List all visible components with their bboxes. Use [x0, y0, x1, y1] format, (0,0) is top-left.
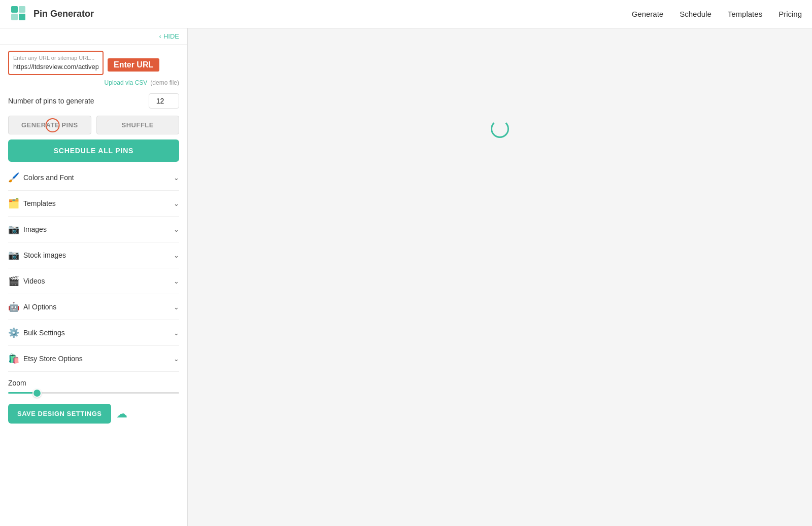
main-layout: ‹ HIDE Enter any URL or sitemap URL... E…	[0, 28, 812, 526]
accordion-videos-header[interactable]: 🎬 Videos ⌄	[8, 268, 179, 294]
templates-chevron: ⌄	[174, 200, 179, 207]
upload-row: Upload via CSV (demo file)	[8, 79, 179, 86]
colors-font-icon: 🖌️	[8, 172, 19, 183]
ai-options-icon: 🤖	[8, 301, 19, 312]
nav-logo: Pin Generator	[10, 5, 94, 23]
etsy-icon: 🛍️	[8, 353, 19, 364]
url-row: Enter any URL or sitemap URL... Enter UR…	[8, 51, 179, 79]
zoom-section: Zoom	[8, 372, 179, 399]
upload-csv-link[interactable]: Upload via CSV	[105, 79, 148, 86]
accordion-stock-images-header[interactable]: 📷 Stock images ⌄	[8, 242, 179, 268]
images-chevron: ⌄	[174, 226, 179, 233]
logo-icon	[10, 5, 28, 23]
images-icon: 📷	[8, 224, 19, 235]
generate-pins-button[interactable]: GENERATE PINS	[8, 116, 91, 134]
loading-spinner	[491, 120, 509, 138]
save-design-label: SAVE DESIGN SETTINGS	[17, 410, 102, 417]
action-buttons: GENERATE PINS SHUFFLE	[8, 116, 179, 134]
bulk-settings-icon: ⚙️	[8, 327, 19, 338]
colors-font-chevron: ⌄	[174, 174, 179, 182]
pins-input[interactable]	[149, 93, 179, 109]
shuffle-button[interactable]: SHUFFLE	[96, 116, 180, 134]
stock-images-chevron: ⌄	[174, 252, 179, 259]
templates-label: Templates	[23, 199, 56, 207]
ai-options-chevron: ⌄	[174, 303, 179, 311]
url-input[interactable]	[13, 63, 98, 71]
accordion-templates-header[interactable]: 🗂️ Templates ⌄	[8, 191, 179, 216]
accordion-templates: 🗂️ Templates ⌄	[8, 191, 179, 217]
sidebar-content: Enter any URL or sitemap URL... Enter UR…	[0, 45, 187, 526]
nav-templates[interactable]: Templates	[728, 10, 762, 18]
pins-label: Number of pins to generate	[8, 97, 94, 105]
accordion-list: 🖌️ Colors and Font ⌄ 🗂️ Templates ⌄	[8, 165, 179, 372]
zoom-label: Zoom	[8, 379, 179, 387]
pins-row: Number of pins to generate	[8, 93, 179, 109]
accordion-bulk-settings: ⚙️ Bulk Settings ⌄	[8, 320, 179, 346]
accordion-ai-options-header[interactable]: 🤖 AI Options ⌄	[8, 294, 179, 320]
videos-icon: 🎬	[8, 275, 19, 287]
zoom-slider[interactable]	[8, 392, 179, 394]
svg-rect-3	[19, 14, 25, 20]
accordion-videos: 🎬 Videos ⌄	[8, 268, 179, 294]
accordion-colors-font-header[interactable]: 🖌️ Colors and Font ⌄	[8, 165, 179, 190]
schedule-all-button[interactable]: SCHEDULE ALL PINS	[8, 139, 179, 162]
hide-button[interactable]: ‹ HIDE	[159, 32, 179, 40]
colors-font-label: Colors and Font	[23, 173, 74, 182]
shuffle-label: SHUFFLE	[122, 121, 154, 129]
save-bar: SAVE DESIGN SETTINGS ☁	[8, 399, 179, 432]
stock-images-label: Stock images	[23, 251, 66, 259]
main-content	[188, 28, 812, 526]
accordion-ai-options: 🤖 AI Options ⌄	[8, 294, 179, 320]
nav-schedule[interactable]: Schedule	[680, 10, 712, 18]
demo-file-label: (demo file)	[150, 79, 179, 86]
accordion-etsy: 🛍️ Etsy Store Options ⌄	[8, 346, 179, 372]
accordion-stock-images: 📷 Stock images ⌄	[8, 242, 179, 268]
nav-pricing[interactable]: Pricing	[779, 10, 802, 18]
bulk-settings-chevron: ⌄	[174, 329, 179, 337]
videos-chevron: ⌄	[174, 277, 179, 285]
videos-label: Videos	[23, 277, 45, 285]
stock-images-icon: 📷	[8, 250, 19, 261]
schedule-all-label: SCHEDULE ALL PINS	[54, 147, 134, 155]
nav-links: Generate Schedule Templates Pricing	[632, 10, 802, 18]
nav-generate[interactable]: Generate	[632, 10, 664, 18]
accordion-images-header[interactable]: 📷 Images ⌄	[8, 217, 179, 242]
enter-url-badge: Enter URL	[108, 58, 159, 72]
sidebar: ‹ HIDE Enter any URL or sitemap URL... E…	[0, 28, 188, 526]
chevron-left-icon: ‹	[159, 32, 161, 40]
svg-rect-0	[11, 6, 18, 13]
top-nav: Pin Generator Generate Schedule Template…	[0, 0, 812, 28]
accordion-images: 📷 Images ⌄	[8, 217, 179, 242]
url-input-wrapper: Enter any URL or sitemap URL...	[8, 51, 104, 75]
etsy-chevron: ⌄	[174, 355, 179, 363]
svg-rect-1	[19, 6, 25, 13]
accordion-colors-font: 🖌️ Colors and Font ⌄	[8, 165, 179, 191]
etsy-label: Etsy Store Options	[23, 355, 83, 363]
logo-text: Pin Generator	[33, 9, 94, 19]
accordion-etsy-header[interactable]: 🛍️ Etsy Store Options ⌄	[8, 346, 179, 371]
save-design-button[interactable]: SAVE DESIGN SETTINGS	[8, 404, 111, 424]
hide-label: HIDE	[163, 32, 179, 40]
bulk-settings-label: Bulk Settings	[23, 329, 65, 337]
url-input-label: Enter any URL or sitemap URL...	[13, 55, 98, 61]
accordion-bulk-settings-header[interactable]: ⚙️ Bulk Settings ⌄	[8, 320, 179, 345]
generate-pins-label: GENERATE PINS	[21, 121, 78, 129]
svg-rect-2	[11, 14, 18, 20]
templates-icon: 🗂️	[8, 198, 19, 209]
hide-bar: ‹ HIDE	[0, 28, 187, 45]
cloud-upload-icon[interactable]: ☁	[116, 407, 127, 420]
images-label: Images	[23, 225, 47, 233]
ai-options-label: AI Options	[23, 303, 56, 311]
zoom-slider-wrap	[8, 392, 179, 394]
